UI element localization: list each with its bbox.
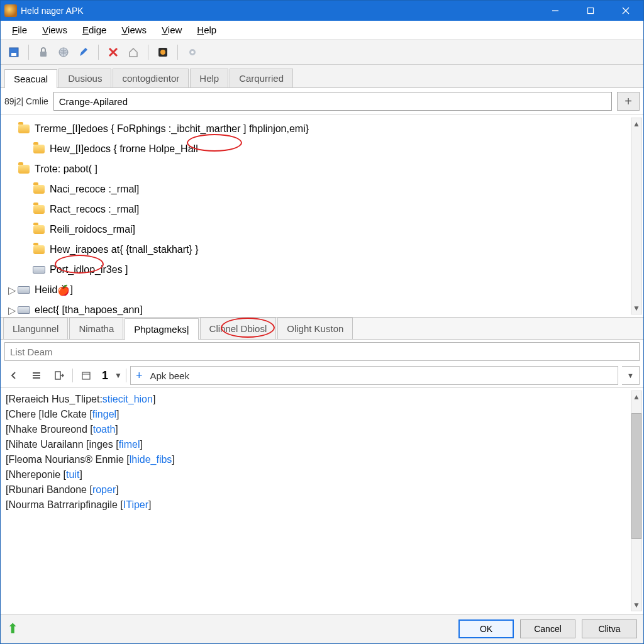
- maximize-button[interactable]: [573, 1, 608, 21]
- tree-scrollbar[interactable]: ▲ ▼: [631, 118, 642, 314]
- scroll-thumb[interactable]: [631, 413, 641, 539]
- folder-icon: [17, 162, 31, 176]
- list-item[interactable]: [Reraeich Hus_Tlipet:stiecit_hion]: [6, 392, 638, 407]
- scroll-up-icon[interactable]: ▲: [633, 118, 640, 130]
- tree-row[interactable]: Trote: pabot( ]: [7, 159, 640, 179]
- upload-icon[interactable]: ⬆: [7, 621, 18, 637]
- scroll-down-icon[interactable]: ▼: [633, 303, 640, 314]
- separator: [28, 45, 29, 60]
- calendar-icon[interactable]: [77, 366, 96, 385]
- add-button[interactable]: +: [617, 92, 640, 111]
- separator: [126, 369, 126, 382]
- list-filter-input[interactable]: [4, 342, 640, 361]
- tree-label: Reili_roidocs_rmai]: [50, 224, 135, 235]
- list-item[interactable]: [Fleoma Nourians® Enmie [lhide_fibs]: [6, 452, 638, 467]
- tree-row[interactable]: Hew_irapoes at{ {tnall_stakhart} }: [7, 240, 640, 260]
- tree-label: Naci_recoce :_rmal]: [50, 184, 139, 195]
- extra-button[interactable]: Clitva: [582, 619, 637, 638]
- menu-view[interactable]: View: [154, 22, 189, 38]
- home-icon[interactable]: [124, 43, 143, 62]
- minimize-button[interactable]: [538, 1, 573, 21]
- folder-icon: [32, 203, 46, 216]
- apple-icon: 🍎: [57, 284, 70, 296]
- separator: [98, 45, 99, 60]
- midtab-llangunnel[interactable]: Llangunnel: [3, 318, 68, 339]
- bug-icon[interactable]: [153, 43, 172, 62]
- footer: ⬆ OK Cancel Clitva: [1, 614, 643, 643]
- list-item[interactable]: [Nhake Broureond [toath]: [6, 422, 638, 437]
- midtab-clinnel-dbiosl[interactable]: Clinnel Dbiosl: [200, 318, 277, 339]
- titlebar: Held nager APK: [1, 1, 643, 21]
- menu-edige[interactable]: Edige: [75, 22, 114, 38]
- window-title: Held nager APK: [21, 6, 84, 16]
- delete-icon[interactable]: [104, 43, 123, 62]
- quick-add-label: Apk beek: [147, 370, 618, 381]
- midtab-nimatha[interactable]: Nimatha: [69, 318, 123, 339]
- menu-views[interactable]: Views: [35, 22, 75, 38]
- save-icon[interactable]: [4, 43, 23, 62]
- list-item[interactable]: [Nihate Uarailann [inges [fimel]: [6, 437, 638, 452]
- quick-add-field[interactable]: + Apk beek: [130, 366, 618, 385]
- close-button[interactable]: [608, 1, 643, 21]
- mid-tabstrip: LlangunnelNimathaPhptagmeks|Clinnel Dbio…: [1, 318, 643, 340]
- tree-label: Hew_[I]edocs { frorne Holpe_Hall: [50, 143, 198, 155]
- export-icon[interactable]: [50, 366, 69, 385]
- tree-row[interactable]: Reili_roidocs_rmai]: [7, 219, 640, 240]
- lock-icon[interactable]: [34, 43, 53, 62]
- list-icon[interactable]: [27, 366, 46, 385]
- expand-icon[interactable]: ▷: [7, 304, 17, 316]
- tree-row[interactable]: Ract_recocs :_rmal]: [7, 199, 640, 219]
- scroll-down-icon[interactable]: ▼: [633, 599, 640, 611]
- cancel-button[interactable]: Cancel: [520, 619, 575, 638]
- separator: [148, 45, 148, 60]
- expand-icon[interactable]: ▷: [7, 284, 17, 296]
- menubar: FileViewsEdigeViewsViewHelp: [1, 21, 643, 40]
- list-toolbar: 1 ▼ + Apk beek ▼: [1, 364, 643, 388]
- folder-icon: [32, 142, 46, 156]
- menu-file[interactable]: File: [4, 22, 35, 38]
- tree-row[interactable]: Port_idlop_ir3es ]: [7, 260, 640, 280]
- search-input[interactable]: [53, 92, 612, 111]
- quick-add-dropdown[interactable]: ▼: [622, 366, 640, 385]
- svg-rect-5: [11, 53, 16, 56]
- tree-panel[interactable]: Trerme_[I]edoes { FoRphings :_ibchit_mar…: [1, 115, 643, 318]
- pencil-icon[interactable]: [74, 43, 93, 62]
- drive-icon: [32, 263, 46, 277]
- ok-button[interactable]: OK: [458, 619, 514, 638]
- tree-row[interactable]: Hew_[I]edocs { frorne Holpe_Hall: [7, 139, 640, 159]
- page-dropdown-icon[interactable]: ▼: [114, 371, 122, 380]
- search-left-label: 89j2| Cmlie: [4, 96, 48, 106]
- menu-help[interactable]: Help: [189, 22, 224, 38]
- tab-help[interactable]: Help: [190, 69, 228, 87]
- svg-rect-15: [55, 372, 60, 379]
- scroll-up-icon[interactable]: ▲: [633, 391, 640, 402]
- menu-views[interactable]: Views: [114, 22, 154, 38]
- back-button[interactable]: [4, 366, 23, 385]
- midtab-olight-kuston[interactable]: Olight Kuston: [277, 318, 353, 339]
- tab-carqurried[interactable]: Carqurried: [230, 69, 293, 87]
- separator: [72, 369, 73, 382]
- tree-row[interactable]: ▷elect{ [tha_hapoes_ann]: [7, 300, 640, 318]
- list-header: [1, 340, 643, 364]
- tree-row[interactable]: Trerme_[I]edoes { FoRphings :_ibchit_mar…: [7, 119, 640, 139]
- app-icon: [4, 4, 17, 17]
- folder-icon: [17, 122, 31, 136]
- list-panel[interactable]: [Reraeich Hus_Tlipet:stiecit_hion][Chere…: [1, 388, 643, 614]
- gear-icon[interactable]: [183, 43, 202, 62]
- tab-dusious[interactable]: Dusious: [58, 69, 111, 87]
- list-item[interactable]: [Chere [Idle Ckate [fingel]: [6, 407, 638, 422]
- list-item[interactable]: [Nourma Batrraripfinagile [ITiper]: [6, 497, 638, 513]
- midtab-phptagmeks-[interactable]: Phptagmeks|: [125, 318, 198, 340]
- folder-icon: [32, 243, 46, 257]
- list-item[interactable]: [Nhereponie [tuit]: [6, 467, 638, 482]
- svg-point-9: [160, 50, 165, 55]
- tree-label: Heiid: [35, 284, 57, 296]
- tree-label: Port_idlop_ir3es ]: [50, 264, 128, 275]
- tab-seacual[interactable]: Seacual: [4, 69, 57, 88]
- globe-icon[interactable]: [54, 43, 73, 62]
- tree-row[interactable]: Naci_recoce :_rmal]: [7, 179, 640, 199]
- list-item[interactable]: [Rbunari Bandone [roper]: [6, 482, 638, 497]
- tree-row[interactable]: ▷Heiid 🍎 ]: [7, 280, 640, 300]
- folder-icon: [32, 182, 46, 196]
- tab-contogdientor[interactable]: contogdientor: [113, 69, 189, 87]
